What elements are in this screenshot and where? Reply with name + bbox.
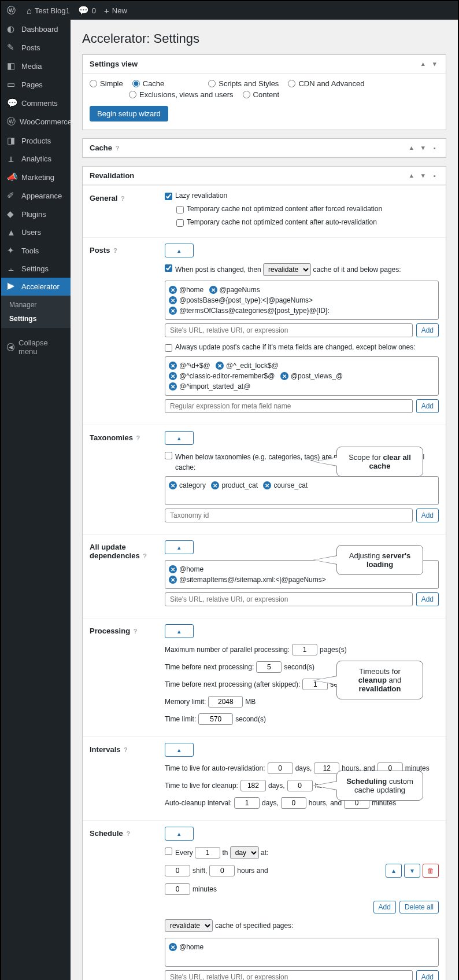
sidebar-item-products[interactable]: ◨Products (1, 131, 71, 150)
remove-tag-icon[interactable]: ✕ (169, 286, 177, 294)
deps-input[interactable] (165, 592, 413, 606)
chevron-down-icon[interactable]: ▾ (431, 60, 439, 68)
add-button[interactable]: Add (416, 323, 439, 337)
schedule-action-select[interactable]: revalidate (165, 919, 213, 932)
begin-wizard-button[interactable]: Begin setup wizard (90, 106, 168, 121)
sidebar-item-media[interactable]: ◧Media (1, 57, 71, 75)
posts-meta-input[interactable] (165, 399, 413, 413)
radio-cdn[interactable]: CDN and Advanced (288, 79, 364, 88)
help-icon[interactable]: ? (116, 145, 120, 152)
sidebar-item-users[interactable]: ▲Users (1, 223, 71, 241)
sidebar-item-marketing[interactable]: 📣Marketing (1, 168, 71, 186)
sidebar-item-pages[interactable]: ▭Pages (1, 75, 71, 94)
tmp2-checkbox[interactable] (176, 219, 184, 227)
radio-content[interactable]: Content (243, 90, 280, 99)
remove-tag-icon[interactable]: ✕ (169, 565, 177, 573)
remove-tag-icon[interactable]: ✕ (169, 576, 177, 584)
remove-tag-icon[interactable]: ✕ (263, 481, 271, 489)
ttl-clean-hours[interactable] (287, 780, 313, 791)
ttl-auto-days[interactable] (268, 762, 293, 774)
lazy-checkbox[interactable] (165, 193, 172, 200)
site-link[interactable]: ⌂Test Blog1 (27, 6, 70, 16)
auto-clean-hours[interactable] (281, 797, 306, 809)
schedule-url-input[interactable] (165, 970, 413, 980)
minutes-input[interactable] (165, 883, 190, 895)
add-button[interactable]: Add (416, 592, 439, 606)
ttl-clean-days[interactable] (240, 780, 266, 791)
collapse-button[interactable]: ▴ (165, 431, 194, 445)
ttl-auto-hours[interactable] (314, 762, 339, 774)
remove-tag-icon[interactable]: ✕ (169, 362, 177, 370)
remove-tag-icon[interactable]: ✕ (216, 362, 224, 370)
collapse-button[interactable]: ▴ (165, 244, 194, 257)
help-icon[interactable]: ? (124, 746, 128, 753)
auto-clean-days[interactable] (234, 797, 260, 809)
chevron-up-icon[interactable]: ▴ (419, 60, 427, 68)
tax-input[interactable] (165, 509, 413, 522)
collapse-menu[interactable]: ◀Collapse menu (1, 334, 71, 360)
chevron-up-icon[interactable]: ▴ (408, 172, 416, 180)
submenu-manager[interactable]: Manager (1, 298, 71, 312)
help-icon[interactable]: ? (113, 247, 117, 254)
radio-exclusions[interactable]: Exclusions, views and users (129, 90, 234, 99)
collapse-button[interactable]: ▴ (165, 743, 194, 757)
remove-tag-icon[interactable]: ✕ (169, 372, 177, 380)
help-icon[interactable]: ? (126, 830, 130, 837)
submenu-settings[interactable]: Settings (1, 312, 71, 326)
remove-tag-icon[interactable]: ✕ (209, 286, 217, 294)
time-limit-input[interactable] (198, 713, 233, 725)
time-next-input[interactable] (256, 661, 282, 673)
tmp1-checkbox[interactable] (176, 206, 184, 213)
when-post-checkbox[interactable] (165, 264, 172, 272)
sidebar-item-appearance[interactable]: ✐Appearance (1, 186, 71, 205)
sidebar-item-accelerator[interactable]: ⯈Accelerator (1, 278, 71, 296)
sidebar-item-tools[interactable]: ✦Tools (1, 241, 71, 260)
move-up-button[interactable]: ▴ (386, 864, 402, 878)
every-checkbox[interactable] (165, 848, 172, 855)
add-button[interactable]: Add (373, 901, 396, 913)
sidebar-item-settings[interactable]: ⫠Settings (1, 260, 71, 278)
posts-url-input[interactable] (165, 323, 413, 337)
help-icon[interactable]: ? (136, 434, 140, 441)
new-link[interactable]: +New (104, 6, 127, 16)
remove-tag-icon[interactable]: ✕ (169, 307, 177, 315)
sidebar-item-analytics[interactable]: ⫫Analytics (1, 150, 71, 168)
delete-button[interactable]: 🗑 (423, 864, 439, 878)
remove-tag-icon[interactable]: ✕ (280, 372, 288, 380)
mem-input[interactable] (208, 696, 243, 708)
sidebar-item-dashboard[interactable]: ◐Dashboard (1, 20, 71, 38)
every-n-input[interactable] (195, 847, 220, 859)
remove-tag-icon[interactable]: ✕ (169, 481, 177, 489)
add-button[interactable]: Add (416, 509, 439, 522)
add-button[interactable]: Add (416, 399, 439, 413)
collapse-button[interactable]: ▴ (165, 540, 194, 554)
sidebar-item-woocommerce[interactable]: ⓦWooCommerce (1, 112, 71, 131)
help-icon[interactable]: ? (143, 552, 147, 559)
delete-all-button[interactable]: Delete all (399, 901, 439, 913)
collapse-button[interactable]: ▴ (165, 827, 194, 841)
chevron-up-icon[interactable]: ▴ (408, 144, 416, 152)
wp-logo[interactable]: ⓦ (7, 5, 18, 16)
move-down-button[interactable]: ▾ (404, 864, 420, 878)
sidebar-item-posts[interactable]: ✎Posts (1, 38, 71, 57)
sidebar-item-comments[interactable]: 💬Comments (1, 94, 71, 112)
tax-checkbox[interactable] (165, 452, 172, 459)
radio-simple[interactable]: Simple (90, 79, 123, 88)
hours-input[interactable] (209, 865, 235, 876)
drag-icon[interactable]: ▪ (431, 144, 439, 152)
remove-tag-icon[interactable]: ✕ (169, 296, 177, 304)
comments-link[interactable]: 💬0 (78, 5, 96, 16)
remove-tag-icon[interactable]: ✕ (211, 481, 219, 489)
drag-icon[interactable]: ▪ (431, 172, 439, 180)
help-icon[interactable]: ? (121, 195, 125, 202)
radio-scripts[interactable]: Scripts and Styles (208, 79, 279, 88)
remove-tag-icon[interactable]: ✕ (169, 382, 177, 390)
post-action-select[interactable]: revalidate (263, 263, 311, 276)
radio-cache[interactable]: Cache (132, 79, 165, 88)
chevron-down-icon[interactable]: ▾ (419, 144, 427, 152)
sidebar-item-plugins[interactable]: ◆Plugins (1, 205, 71, 223)
remove-tag-icon[interactable]: ✕ (169, 943, 177, 951)
collapse-button[interactable]: ▴ (165, 624, 194, 638)
max-parallel-input[interactable] (292, 644, 317, 655)
period-select[interactable]: day (230, 846, 259, 859)
